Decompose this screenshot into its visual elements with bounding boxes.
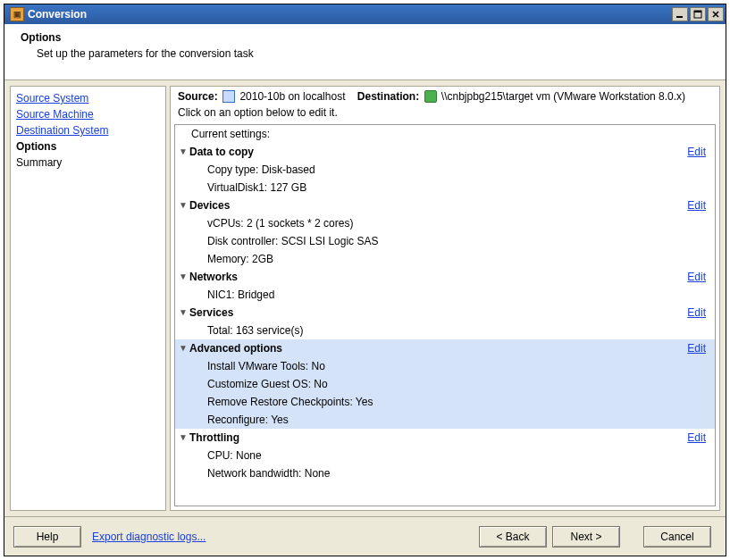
settings-box: Current settings: ▼Data to copyEditCopy …	[174, 124, 716, 506]
setting-item: Copy type: Disk-based	[175, 161, 715, 179]
source-computer-icon	[222, 90, 235, 103]
setting-value: Memory: 2GB	[189, 251, 709, 267]
current-settings-header: Current settings:	[175, 125, 715, 143]
setting-item: Customize Guest OS: No	[175, 375, 715, 393]
export-logs-link[interactable]: Export diagnostic logs...	[92, 531, 206, 543]
sub-hint: Click on an option below to edit it.	[174, 104, 716, 124]
destination-value: \\cnbjpbg215\target vm (VMware Workstati…	[441, 90, 685, 103]
edit-link[interactable]: Edit	[687, 430, 706, 446]
section-title: Advanced options	[189, 340, 687, 356]
setting-value: CPU: None	[189, 447, 709, 464]
section-title: Data to copy	[189, 144, 687, 160]
edit-link[interactable]: Edit	[687, 340, 706, 356]
setting-item: Network bandwidth: None	[175, 464, 715, 482]
section-title: Networks	[189, 269, 687, 285]
setting-value: Remove Restore Checkpoints: Yes	[189, 394, 709, 410]
edit-link[interactable]: Edit	[687, 144, 706, 160]
collapse-arrow-icon[interactable]: ▼	[177, 340, 189, 356]
collapse-arrow-icon[interactable]: ▼	[177, 305, 189, 321]
nav-options: Options	[16, 138, 160, 155]
collapse-arrow-icon[interactable]: ▼	[177, 144, 189, 160]
setting-item: Total: 163 service(s)	[175, 322, 715, 339]
setting-item: Disk controller: SCSI LSI Logic SAS	[175, 232, 715, 250]
source-value: 2010-10b on localhost	[239, 90, 345, 103]
setting-value: NIC1: Bridged	[189, 287, 709, 303]
nav-panel: Source System Source Machine Destination…	[10, 86, 166, 511]
svg-rect-0	[676, 16, 683, 18]
next-button[interactable]: Next >	[552, 526, 620, 547]
window-controls	[670, 7, 724, 21]
close-button[interactable]	[708, 7, 724, 21]
collapse-arrow-icon[interactable]: ▼	[177, 269, 189, 285]
section-title: Throttling	[189, 430, 687, 446]
setting-item: Reconfigure: Yes	[175, 411, 715, 429]
back-button[interactable]: < Back	[479, 526, 547, 547]
setting-value: Disk controller: SCSI LSI Logic SAS	[189, 233, 709, 249]
setting-value: VirtualDisk1: 127 GB	[189, 180, 709, 196]
setting-value: Network bandwidth: None	[189, 465, 709, 481]
page-subtitle: Set up the parameters for the conversion…	[17, 47, 713, 60]
section-devices[interactable]: ▼DevicesEdit	[175, 196, 715, 214]
window-title: Conversion	[28, 8, 670, 21]
nav-destination-system[interactable]: Destination System	[16, 122, 160, 138]
setting-value: Install VMware Tools: No	[189, 358, 709, 374]
destination-vm-icon	[424, 90, 437, 103]
destination-label: Destination:	[357, 90, 419, 103]
source-label: Source:	[178, 90, 218, 103]
nav-source-machine[interactable]: Source Machine	[16, 106, 160, 122]
cancel-button[interactable]: Cancel	[643, 526, 711, 547]
body-pane: Source System Source Machine Destination…	[4, 80, 726, 516]
collapse-arrow-icon[interactable]: ▼	[177, 197, 189, 213]
nav-summary: Summary	[16, 155, 160, 171]
setting-item: Memory: 2GB	[175, 250, 715, 268]
setting-item: Remove Restore Checkpoints: Yes	[175, 393, 715, 411]
setting-value: vCPUs: 2 (1 sockets * 2 cores)	[189, 215, 709, 231]
minimize-button[interactable]	[672, 7, 688, 21]
setting-item: CPU: None	[175, 447, 715, 464]
titlebar: ▣ Conversion	[4, 4, 726, 24]
svg-rect-2	[694, 11, 701, 13]
maximize-button[interactable]	[690, 7, 706, 21]
section-throttling[interactable]: ▼ThrottlingEdit	[175, 429, 715, 447]
section-title: Services	[189, 305, 687, 321]
help-button[interactable]: Help	[13, 526, 81, 547]
section-advanced-options[interactable]: ▼Advanced optionsEdit	[175, 339, 715, 357]
edit-link[interactable]: Edit	[687, 305, 706, 321]
setting-item: vCPUs: 2 (1 sockets * 2 cores)	[175, 214, 715, 232]
setting-item: Install VMware Tools: No	[175, 357, 715, 375]
edit-link[interactable]: Edit	[687, 269, 706, 285]
setting-value: Copy type: Disk-based	[189, 162, 709, 178]
section-data-to-copy[interactable]: ▼Data to copyEdit	[175, 143, 715, 161]
content-panel: Source: 2010-10b on localhost Destinatio…	[170, 86, 720, 511]
section-title: Devices	[189, 197, 687, 213]
collapse-arrow-icon[interactable]: ▼	[177, 430, 189, 446]
section-services[interactable]: ▼ServicesEdit	[175, 304, 715, 322]
source-dest-line: Source: 2010-10b on localhost Destinatio…	[174, 88, 716, 104]
setting-value: Customize Guest OS: No	[189, 376, 709, 392]
nav-source-system[interactable]: Source System	[16, 90, 160, 106]
edit-link[interactable]: Edit	[687, 197, 706, 213]
header-pane: Options Set up the parameters for the co…	[4, 24, 726, 80]
conversion-window: ▣ Conversion Options Set up the paramete…	[4, 4, 726, 556]
section-networks[interactable]: ▼NetworksEdit	[175, 268, 715, 286]
page-title: Options	[17, 31, 713, 44]
setting-item: VirtualDisk1: 127 GB	[175, 179, 715, 196]
app-icon: ▣	[10, 7, 24, 21]
setting-value: Reconfigure: Yes	[189, 412, 709, 428]
footer-pane: Help Export diagnostic logs... < Back Ne…	[4, 516, 726, 556]
setting-value: Total: 163 service(s)	[189, 322, 709, 339]
setting-item: NIC1: Bridged	[175, 286, 715, 304]
